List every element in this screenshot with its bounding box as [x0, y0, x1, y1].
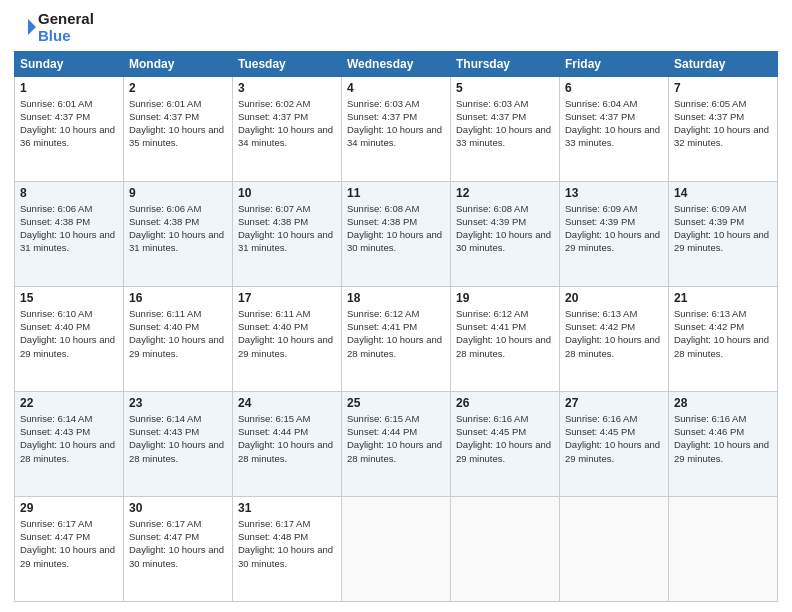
weekday-header: Wednesday [342, 51, 451, 76]
calendar-cell: 2 Sunrise: 6:01 AMSunset: 4:37 PMDayligh… [124, 76, 233, 181]
day-sunrise: Sunrise: 6:12 AMSunset: 4:41 PMDaylight:… [347, 308, 442, 359]
calendar-cell: 16 Sunrise: 6:11 AMSunset: 4:40 PMDaylig… [124, 286, 233, 391]
day-sunrise: Sunrise: 6:14 AMSunset: 4:43 PMDaylight:… [20, 413, 115, 464]
weekday-header: Thursday [451, 51, 560, 76]
calendar-cell: 30 Sunrise: 6:17 AMSunset: 4:47 PMDaylig… [124, 496, 233, 601]
calendar-cell [342, 496, 451, 601]
calendar-cell: 29 Sunrise: 6:17 AMSunset: 4:47 PMDaylig… [15, 496, 124, 601]
day-sunrise: Sunrise: 6:08 AMSunset: 4:39 PMDaylight:… [456, 203, 551, 254]
day-number: 17 [238, 291, 336, 305]
day-sunrise: Sunrise: 6:03 AMSunset: 4:37 PMDaylight:… [347, 98, 442, 149]
weekday-header: Monday [124, 51, 233, 76]
calendar-week: 8 Sunrise: 6:06 AMSunset: 4:38 PMDayligh… [15, 181, 778, 286]
svg-marker-1 [28, 19, 36, 35]
day-sunrise: Sunrise: 6:06 AMSunset: 4:38 PMDaylight:… [20, 203, 115, 254]
day-number: 2 [129, 81, 227, 95]
day-number: 9 [129, 186, 227, 200]
calendar-cell: 19 Sunrise: 6:12 AMSunset: 4:41 PMDaylig… [451, 286, 560, 391]
day-sunrise: Sunrise: 6:10 AMSunset: 4:40 PMDaylight:… [20, 308, 115, 359]
calendar-week: 15 Sunrise: 6:10 AMSunset: 4:40 PMDaylig… [15, 286, 778, 391]
day-number: 27 [565, 396, 663, 410]
calendar-cell: 10 Sunrise: 6:07 AMSunset: 4:38 PMDaylig… [233, 181, 342, 286]
weekday-header: Saturday [669, 51, 778, 76]
logo-general: General [38, 10, 94, 27]
day-number: 1 [20, 81, 118, 95]
calendar-cell: 11 Sunrise: 6:08 AMSunset: 4:38 PMDaylig… [342, 181, 451, 286]
calendar-cell [669, 496, 778, 601]
calendar-cell: 23 Sunrise: 6:14 AMSunset: 4:43 PMDaylig… [124, 391, 233, 496]
day-number: 20 [565, 291, 663, 305]
day-number: 14 [674, 186, 772, 200]
day-sunrise: Sunrise: 6:15 AMSunset: 4:44 PMDaylight:… [347, 413, 442, 464]
day-sunrise: Sunrise: 6:13 AMSunset: 4:42 PMDaylight:… [674, 308, 769, 359]
day-number: 8 [20, 186, 118, 200]
day-sunrise: Sunrise: 6:11 AMSunset: 4:40 PMDaylight:… [238, 308, 333, 359]
day-sunrise: Sunrise: 6:14 AMSunset: 4:43 PMDaylight:… [129, 413, 224, 464]
day-sunrise: Sunrise: 6:11 AMSunset: 4:40 PMDaylight:… [129, 308, 224, 359]
day-number: 19 [456, 291, 554, 305]
day-sunrise: Sunrise: 6:16 AMSunset: 4:45 PMDaylight:… [565, 413, 660, 464]
calendar-cell: 27 Sunrise: 6:16 AMSunset: 4:45 PMDaylig… [560, 391, 669, 496]
day-sunrise: Sunrise: 6:09 AMSunset: 4:39 PMDaylight:… [565, 203, 660, 254]
day-sunrise: Sunrise: 6:06 AMSunset: 4:38 PMDaylight:… [129, 203, 224, 254]
calendar-cell: 17 Sunrise: 6:11 AMSunset: 4:40 PMDaylig… [233, 286, 342, 391]
day-sunrise: Sunrise: 6:01 AMSunset: 4:37 PMDaylight:… [20, 98, 115, 149]
calendar-cell: 8 Sunrise: 6:06 AMSunset: 4:38 PMDayligh… [15, 181, 124, 286]
calendar-cell: 3 Sunrise: 6:02 AMSunset: 4:37 PMDayligh… [233, 76, 342, 181]
calendar-week: 22 Sunrise: 6:14 AMSunset: 4:43 PMDaylig… [15, 391, 778, 496]
day-sunrise: Sunrise: 6:16 AMSunset: 4:46 PMDaylight:… [674, 413, 769, 464]
day-number: 31 [238, 501, 336, 515]
day-sunrise: Sunrise: 6:13 AMSunset: 4:42 PMDaylight:… [565, 308, 660, 359]
day-number: 3 [238, 81, 336, 95]
day-number: 28 [674, 396, 772, 410]
day-number: 21 [674, 291, 772, 305]
calendar-cell: 18 Sunrise: 6:12 AMSunset: 4:41 PMDaylig… [342, 286, 451, 391]
calendar-cell: 20 Sunrise: 6:13 AMSunset: 4:42 PMDaylig… [560, 286, 669, 391]
weekday-header: Friday [560, 51, 669, 76]
day-number: 25 [347, 396, 445, 410]
page: General Blue SundayMondayTuesdayWednesda… [0, 0, 792, 612]
day-number: 30 [129, 501, 227, 515]
day-sunrise: Sunrise: 6:16 AMSunset: 4:45 PMDaylight:… [456, 413, 551, 464]
calendar-cell: 28 Sunrise: 6:16 AMSunset: 4:46 PMDaylig… [669, 391, 778, 496]
day-number: 16 [129, 291, 227, 305]
header: General Blue [14, 10, 778, 45]
weekday-header: Tuesday [233, 51, 342, 76]
day-sunrise: Sunrise: 6:17 AMSunset: 4:48 PMDaylight:… [238, 518, 333, 569]
day-sunrise: Sunrise: 6:08 AMSunset: 4:38 PMDaylight:… [347, 203, 442, 254]
day-number: 7 [674, 81, 772, 95]
day-number: 10 [238, 186, 336, 200]
calendar-table: SundayMondayTuesdayWednesdayThursdayFrid… [14, 51, 778, 603]
day-sunrise: Sunrise: 6:03 AMSunset: 4:37 PMDaylight:… [456, 98, 551, 149]
calendar-cell: 22 Sunrise: 6:14 AMSunset: 4:43 PMDaylig… [15, 391, 124, 496]
calendar-week: 1 Sunrise: 6:01 AMSunset: 4:37 PMDayligh… [15, 76, 778, 181]
calendar-cell: 9 Sunrise: 6:06 AMSunset: 4:38 PMDayligh… [124, 181, 233, 286]
calendar-cell: 14 Sunrise: 6:09 AMSunset: 4:39 PMDaylig… [669, 181, 778, 286]
day-sunrise: Sunrise: 6:07 AMSunset: 4:38 PMDaylight:… [238, 203, 333, 254]
day-sunrise: Sunrise: 6:02 AMSunset: 4:37 PMDaylight:… [238, 98, 333, 149]
calendar-week: 29 Sunrise: 6:17 AMSunset: 4:47 PMDaylig… [15, 496, 778, 601]
calendar-cell: 13 Sunrise: 6:09 AMSunset: 4:39 PMDaylig… [560, 181, 669, 286]
day-number: 15 [20, 291, 118, 305]
day-sunrise: Sunrise: 6:17 AMSunset: 4:47 PMDaylight:… [129, 518, 224, 569]
calendar-cell: 24 Sunrise: 6:15 AMSunset: 4:44 PMDaylig… [233, 391, 342, 496]
logo-icon [14, 16, 36, 38]
day-sunrise: Sunrise: 6:04 AMSunset: 4:37 PMDaylight:… [565, 98, 660, 149]
day-sunrise: Sunrise: 6:01 AMSunset: 4:37 PMDaylight:… [129, 98, 224, 149]
calendar-cell: 5 Sunrise: 6:03 AMSunset: 4:37 PMDayligh… [451, 76, 560, 181]
calendar-cell: 21 Sunrise: 6:13 AMSunset: 4:42 PMDaylig… [669, 286, 778, 391]
day-number: 5 [456, 81, 554, 95]
day-number: 23 [129, 396, 227, 410]
logo: General Blue [14, 10, 94, 45]
day-number: 29 [20, 501, 118, 515]
calendar-cell: 12 Sunrise: 6:08 AMSunset: 4:39 PMDaylig… [451, 181, 560, 286]
day-number: 22 [20, 396, 118, 410]
calendar-cell: 15 Sunrise: 6:10 AMSunset: 4:40 PMDaylig… [15, 286, 124, 391]
calendar-cell: 6 Sunrise: 6:04 AMSunset: 4:37 PMDayligh… [560, 76, 669, 181]
day-number: 6 [565, 81, 663, 95]
calendar-cell [560, 496, 669, 601]
day-number: 24 [238, 396, 336, 410]
logo-blue: Blue [38, 27, 94, 44]
calendar-cell: 26 Sunrise: 6:16 AMSunset: 4:45 PMDaylig… [451, 391, 560, 496]
calendar-cell: 4 Sunrise: 6:03 AMSunset: 4:37 PMDayligh… [342, 76, 451, 181]
